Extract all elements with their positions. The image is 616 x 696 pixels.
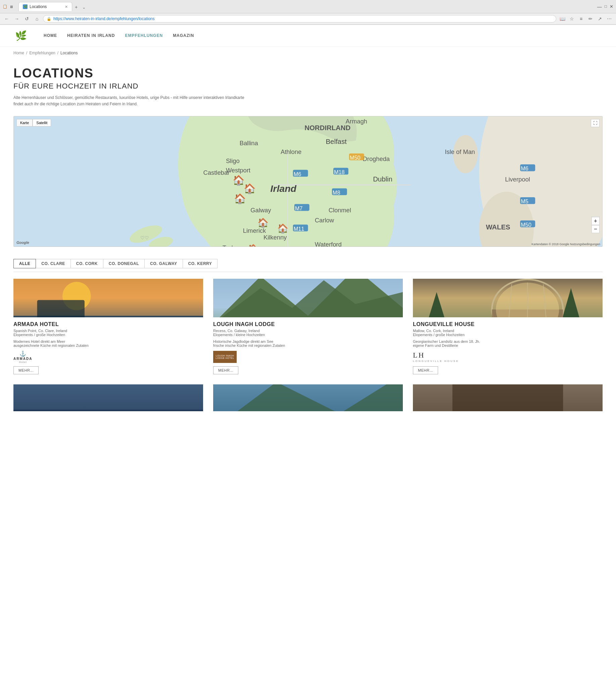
svg-rect-83 (13, 384, 203, 411)
card-longueville-mehr-button[interactable]: MEHR... (413, 366, 438, 374)
svg-text:Westport: Westport (226, 167, 250, 174)
url-text: https://www.heiraten-in-irland.de/empfeh… (53, 16, 553, 21)
more-button[interactable]: ⋯ (605, 15, 613, 23)
card-longueville-image (413, 279, 603, 317)
svg-text:Tralee: Tralee (222, 244, 240, 247)
svg-text:WALES: WALES (486, 223, 510, 231)
lock-icon: 🔒 (47, 17, 51, 21)
svg-text:Sligo: Sligo (226, 157, 240, 164)
svg-text:Ballina: Ballina (240, 140, 259, 146)
share-button[interactable]: ↗ (596, 15, 604, 23)
card-longueville-title: LONGUEVILLE HOUSE (413, 321, 603, 327)
filter-co-clare[interactable]: CO. CLARE (36, 259, 71, 268)
map-controls: Karte Satellit (16, 119, 51, 126)
map-google-logo: Google (16, 240, 29, 244)
svg-text:M11: M11 (294, 226, 305, 232)
fullscreen-icon: ⛶ (593, 121, 597, 125)
nav-empfehlungen[interactable]: EMPFEHLUNGEN (125, 33, 163, 38)
map-zoom-out-button[interactable]: − (591, 225, 600, 233)
page-title: LOCATIONS (13, 66, 603, 80)
card-armada-mehr-button[interactable]: MEHR... (13, 366, 38, 374)
card-lough-inagh-desc2: frische irische Küche mit regionalen Zut… (213, 344, 403, 348)
svg-text:🏠: 🏠 (244, 183, 256, 194)
map-karte-button[interactable]: Karte (16, 119, 33, 126)
filter-buttons: ALLE CO. CLARE CO. CORK CO. DONEGAL CO. … (13, 259, 603, 268)
address-bar[interactable]: 🔒 https://www.heiraten-in-irland.de/empf… (43, 15, 556, 22)
svg-text:Galway: Galway (250, 207, 271, 213)
partial-card-3 (413, 384, 603, 411)
forward-button[interactable]: → (13, 15, 21, 23)
filter-co-cork[interactable]: CO. CORK (71, 259, 103, 268)
lough-logo: LOUGH INAGHLODGE HOTEL (213, 351, 237, 363)
svg-text:M18: M18 (334, 169, 345, 175)
svg-rect-88 (452, 384, 563, 411)
site-logo[interactable]: 🌿 (13, 29, 30, 42)
card-armada-desc2: ausgezeichnete Küche mit regionalen Zuta… (13, 344, 203, 348)
card-longueville-logo: LH LONGUEVILLE HOUSE (413, 351, 603, 363)
svg-text:Waterford: Waterford (315, 241, 342, 247)
nav-magazin[interactable]: MAGAZIN (173, 33, 194, 38)
svg-text:M6: M6 (521, 166, 528, 172)
back-button[interactable]: ← (3, 15, 11, 23)
svg-text:M50: M50 (521, 222, 532, 228)
map-satellit-button[interactable]: Satellit (33, 119, 51, 126)
svg-text:NORDIRLAND: NORDIRLAND (305, 124, 351, 131)
svg-text:🏠: 🏠 (277, 223, 289, 234)
longueville-logo-name: LONGUEVILLE HOUSE (413, 360, 459, 363)
map-fullscreen-button[interactable]: ⛶ (591, 119, 600, 127)
close-button[interactable]: ✕ (610, 4, 613, 10)
svg-text:Armagh: Armagh (346, 118, 367, 125)
filter-co-donegal[interactable]: CO. DONEGAL (103, 259, 145, 268)
breadcrumb-empfehlungen[interactable]: Empfehlungen (29, 51, 55, 56)
map-zoom-in-button[interactable]: + (591, 217, 600, 225)
card-lough-inagh: LOUGH INAGH LODGE Recess, Co. Galway, Ir… (213, 279, 403, 374)
notes-button[interactable]: ✏ (586, 15, 595, 23)
new-tab-button[interactable]: + (72, 3, 80, 11)
tab-list-button[interactable]: ⌄ (80, 4, 88, 11)
minimize-button[interactable]: — (597, 4, 602, 10)
main-navigation: HOME HEIRATEN IN IRLAND EMPFEHLUNGEN MAG… (44, 33, 194, 38)
logo-image: 🌿 (13, 29, 30, 42)
svg-text:M50: M50 (350, 155, 360, 161)
svg-text:Liverpool: Liverpool (505, 176, 530, 183)
restore-button[interactable]: □ (605, 4, 607, 10)
card-lough-inagh-logo: LOUGH INAGHLODGE HOTEL (213, 351, 403, 363)
active-tab[interactable]: 🌿 Locations ✕ (18, 2, 72, 11)
card-lough-inagh-type: Elopements / kleine Hochzeiten (213, 333, 403, 337)
browser-controls: ← → ↺ ⌂ 🔒 https://www.heiraten-in-irland… (0, 13, 616, 25)
filter-co-galway[interactable]: CO. GALWAY (145, 259, 183, 268)
card-armada-desc1: Modernes Hotel direkt am Meer (13, 339, 203, 344)
favorites-button[interactable]: ☆ (568, 15, 576, 23)
svg-text:Athlone: Athlone (281, 148, 302, 156)
card-lough-inagh-mehr-button[interactable]: MEHR... (213, 366, 238, 374)
home-button[interactable]: ⌂ (33, 15, 41, 23)
website-content: 🌿 HOME HEIRATEN IN IRLAND EMPFEHLUNGEN M… (0, 25, 616, 415)
filter-alle[interactable]: ALLE (13, 259, 36, 268)
nav-heiraten[interactable]: HEIRATEN IN IRLAND (67, 33, 115, 38)
svg-text:♡♡: ♡♡ (140, 236, 149, 241)
breadcrumb-home[interactable]: Home (13, 51, 24, 56)
svg-text:Drogheda: Drogheda (363, 155, 390, 162)
filter-co-kerry[interactable]: CO. KERRY (183, 259, 218, 268)
svg-text:🌿: 🌿 (15, 30, 27, 41)
hub-button[interactable]: ≡ (577, 15, 585, 23)
breadcrumb-sep-1: / (26, 51, 27, 56)
svg-text:Isle of Man: Isle of Man (445, 148, 475, 156)
window-controls: 📋 🖥 (3, 4, 13, 9)
svg-rect-69 (37, 300, 84, 318)
tab-favicon: 🌿 (23, 4, 28, 9)
svg-text:🏠: 🏠 (234, 193, 246, 205)
card-longueville-location: Mallow, Co. Cork, Ireland (413, 329, 603, 333)
card-longueville-desc2: eigene Farm und Destillerie (413, 344, 603, 348)
svg-text:🏠: 🏠 (233, 174, 245, 186)
nav-home[interactable]: HOME (44, 33, 57, 38)
card-longueville-desc1: Georgianischer Landsitz aus dem 18. Jh. (413, 339, 603, 344)
map-container[interactable]: Vereinigte Königreich NORDIRLAND Belfast… (13, 116, 603, 247)
reading-view-button[interactable]: 📖 (558, 15, 566, 23)
cards-row2-grid (13, 384, 603, 411)
armada-logo-text: ARMADA (13, 357, 32, 361)
card-longueville-type: Elopements / große Hochzeiten (413, 333, 603, 337)
tab-close-button[interactable]: ✕ (65, 5, 68, 9)
refresh-button[interactable]: ↺ (23, 15, 31, 23)
map-zoom-controls: + − (591, 217, 600, 233)
